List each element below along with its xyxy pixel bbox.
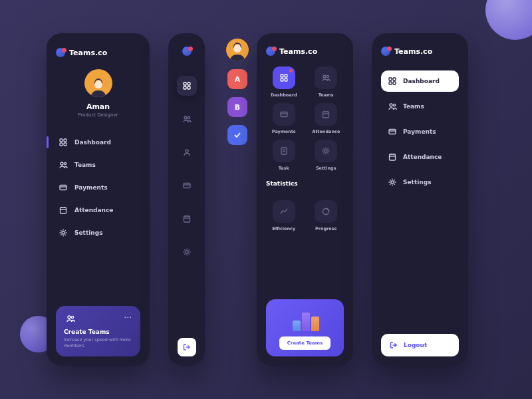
logo-icon (381, 47, 390, 56)
logout-button[interactable] (178, 338, 196, 356)
chart-icon (279, 207, 289, 216)
settings-icon (182, 247, 192, 257)
workspace-tile-c[interactable] (227, 125, 247, 145)
nav-label: Dashboard (403, 78, 440, 84)
dashboard-icon (59, 138, 68, 147)
settings-icon (59, 228, 68, 237)
grid-item-teams[interactable]: Teams (309, 66, 344, 98)
grid-label: Task (279, 166, 289, 171)
nav-label: Dashboard (74, 139, 111, 146)
nav-item-teams[interactable]: Teams (56, 155, 140, 175)
nav-item-attendance[interactable]: Attendance (381, 146, 459, 168)
stats-item-efficiency[interactable]: Efficiency (266, 200, 302, 231)
nav-list: DashboardTeamsPaymentsAttendanceSettings (381, 70, 459, 193)
bar-chart-icon (289, 309, 322, 331)
attendance-icon (388, 152, 397, 162)
logo-icon (266, 47, 275, 56)
teams-icon (59, 160, 68, 170)
nav-label: Settings (74, 229, 102, 236)
grid-item-task[interactable]: Task (266, 140, 302, 171)
nav-label: Payments (74, 184, 108, 191)
sidebar-variant-pill: Teams.co DashboardTeamsPaymentsAttendanc… (372, 33, 468, 366)
nav-icon-user[interactable] (177, 142, 197, 162)
progress-icon (321, 207, 331, 216)
nav-icon-attendance[interactable] (177, 209, 197, 229)
user-block: Aman Product Designer (56, 69, 140, 118)
teams-icon (64, 314, 77, 323)
promo-title: Create Teams (64, 329, 132, 335)
more-icon[interactable]: ⋯ (124, 313, 132, 322)
nav-item-payments[interactable]: Payments (56, 178, 140, 198)
teams-icon (388, 102, 397, 111)
nav-item-dashboard[interactable]: Dashboard (56, 132, 140, 152)
avatar[interactable] (84, 69, 112, 97)
nav-label: Teams (74, 162, 96, 168)
dashboard-icon (279, 73, 289, 82)
brand-name: Teams.co (69, 49, 107, 57)
logout-icon (182, 342, 192, 352)
decor-sphere (485, 0, 532, 40)
nav-grid: DashboardTeamsPaymentsAttendanceTaskSett… (266, 66, 344, 171)
stats-item-progress[interactable]: Progress (309, 200, 344, 231)
dashboard-icon (388, 76, 397, 86)
nav-label: Attendance (403, 154, 442, 160)
nav-item-teams[interactable]: Teams (381, 96, 459, 117)
grid-label: Settings (316, 166, 336, 171)
logout-button[interactable]: Logout (381, 334, 459, 356)
create-teams-button[interactable]: Create Teams (279, 336, 331, 350)
grid-item-payments[interactable]: Payments (266, 103, 302, 134)
nav-list: DashboardTeamsPaymentsAttendanceSettings (56, 132, 140, 243)
check-icon (233, 130, 242, 140)
promo-card: Create Teams (266, 299, 344, 356)
logo-icon (182, 47, 192, 56)
grid-label: Teams (319, 92, 334, 98)
nav-item-settings[interactable]: Settings (56, 223, 140, 243)
svg-point-20 (233, 45, 241, 53)
workspace-tile-b[interactable]: B (227, 97, 247, 117)
settings-icon (321, 146, 331, 156)
grid-item-dashboard[interactable]: Dashboard (266, 66, 302, 98)
nav-icon-dashboard[interactable] (177, 76, 197, 96)
nav-icon-settings[interactable] (177, 242, 197, 262)
grid-label: Payments (272, 129, 296, 134)
nav-icon-payments[interactable] (177, 176, 197, 196)
grid-label: Attendance (312, 129, 340, 134)
promo-card[interactable]: ⋯ Create Teams Increase your speed with … (56, 306, 140, 356)
sidebar-variant-collapsed (168, 33, 205, 366)
sidebar-variant-grid: Teams.co DashboardTeamsPaymentsAttendanc… (257, 33, 353, 366)
section-heading: Statistics (266, 180, 344, 187)
grid-label: Efficiency (272, 226, 295, 231)
grid-item-settings[interactable]: Settings (309, 140, 344, 171)
sidebar-variant-grid-wrap: A B Teams.co DashboardTeamsPaymentsAtten… (223, 33, 353, 366)
nav-item-payments[interactable]: Payments (381, 121, 459, 142)
grid-item-attendance[interactable]: Attendance (309, 103, 344, 134)
nav-item-dashboard[interactable]: Dashboard (381, 70, 459, 92)
sidebar-variant-profile: Teams.co Aman Product Designer Dashboard… (47, 33, 150, 366)
brand: Teams.co (266, 47, 344, 56)
payments-icon (59, 183, 68, 192)
brand-name: Teams.co (279, 47, 317, 56)
nav-label: Payments (403, 128, 436, 135)
payments-icon (279, 110, 289, 119)
brand: Teams.co (56, 48, 140, 57)
teams-icon (321, 73, 331, 82)
user-name: Aman (86, 102, 110, 111)
brand: Teams.co (381, 47, 459, 56)
promo-subtitle: Increase your speed with more members (64, 337, 132, 348)
attendance-icon (182, 214, 192, 223)
nav-item-attendance[interactable]: Attendance (56, 200, 140, 220)
workspace-tile-a[interactable]: A (227, 69, 247, 89)
logout-icon (389, 340, 398, 350)
dashboard-icon (182, 81, 192, 90)
nav-label: Teams (403, 103, 424, 110)
nav-icon-teams[interactable] (177, 109, 197, 129)
avatar[interactable] (226, 39, 249, 61)
logout-label: Logout (404, 342, 427, 348)
settings-icon (388, 178, 397, 187)
brand-name: Teams.co (394, 47, 432, 56)
nav-label: Settings (403, 179, 431, 186)
nav-item-settings[interactable]: Settings (381, 172, 459, 193)
payments-icon (388, 127, 397, 136)
user-icon (182, 148, 192, 157)
attendance-icon (59, 205, 68, 215)
